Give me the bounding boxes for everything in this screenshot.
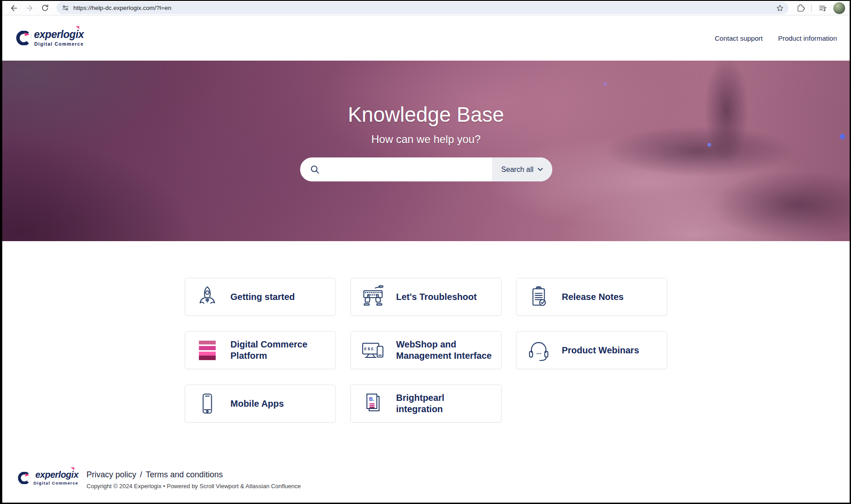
header-nav: Contact support Product information	[715, 34, 837, 42]
address-bar[interactable]: https://help-dc.experlogix.com/?l=en	[57, 2, 789, 14]
header-logo[interactable]: experlogix Digital Commerce	[16, 29, 84, 47]
headset-icon	[526, 338, 551, 362]
experlogix-logo-icon	[18, 472, 30, 484]
card-getting-started[interactable]: Getting started	[185, 278, 336, 316]
back-icon	[10, 4, 19, 13]
footer-logo[interactable]: experlogix Digital Commerce	[18, 470, 78, 485]
site-footer: experlogix Digital Commerce Privacy poli…	[2, 453, 850, 503]
card-label: Release Notes	[562, 291, 624, 303]
card-label: Product Webinars	[562, 345, 639, 356]
brand-wordmark: experlogix	[35, 470, 78, 479]
browser-toolbar: https://help-dc.experlogix.com/?l=en	[2, 1, 850, 15]
smartphone-icon	[195, 391, 220, 416]
media-controls-button[interactable]	[816, 2, 829, 14]
back-button[interactable]	[8, 2, 20, 14]
hero-subtitle: How can we help you?	[2, 132, 850, 147]
footer-links: Privacy policy/Terms and conditions	[86, 470, 301, 480]
clipboard-check-icon	[526, 285, 551, 309]
site-info-tune-icon[interactable]	[62, 5, 69, 11]
url-text[interactable]: https://help-dc.experlogix.com/?l=en	[73, 5, 771, 11]
card-webshop-management-interface[interactable]: € $ £ WebShop and Management Interface	[350, 331, 502, 369]
media-controls-icon	[818, 4, 827, 12]
brand-tagline: Digital Commerce	[34, 41, 84, 47]
card-lets-troubleshoot[interactable]: Let's Troubleshoot	[350, 278, 502, 316]
monitor-currency-icon: € $ £	[361, 338, 385, 362]
toolbar-separator	[811, 5, 812, 12]
search-icon	[310, 165, 320, 174]
footer-text-block: Privacy policy/Terms and conditions Copy…	[86, 470, 301, 490]
card-mobile-apps[interactable]: Mobile Apps	[185, 385, 336, 423]
page-title: Knowledge Base	[2, 102, 850, 127]
card-brightpearl-integration[interactable]: B. Brightpearl integration	[350, 385, 502, 423]
forward-button[interactable]	[23, 2, 36, 14]
search-input[interactable]	[320, 157, 492, 181]
topic-card-grid: Getting started Let's T	[185, 278, 667, 423]
site-header: experlogix Digital Commerce Contact supp…	[2, 15, 850, 61]
experlogix-logo-icon	[16, 31, 30, 45]
card-label: Digital Commerce Platform	[230, 339, 327, 361]
card-product-webinars[interactable]: Product Webinars	[516, 331, 667, 369]
privacy-policy-link[interactable]: Privacy policy	[86, 470, 136, 479]
card-label: Getting started	[230, 291, 295, 303]
card-label: Brightpearl integration	[396, 392, 493, 415]
forward-icon	[25, 4, 34, 13]
rocket-icon	[195, 285, 220, 309]
search-bar: Search all	[300, 157, 552, 181]
chevron-down-icon	[537, 167, 543, 172]
extensions-icon	[796, 4, 805, 12]
card-label: Mobile Apps	[230, 398, 284, 409]
svg-text:B.: B.	[369, 396, 374, 402]
copyright-text: Copyright © 2024 Experlogix • Powered by…	[86, 483, 301, 490]
reload-icon	[41, 4, 49, 12]
nav-product-information[interactable]: Product information	[778, 34, 837, 42]
terms-conditions-link[interactable]: Terms and conditions	[146, 470, 223, 479]
card-release-notes[interactable]: Release Notes	[516, 278, 667, 316]
card-digital-commerce-platform[interactable]: Digital Commerce Platform	[185, 331, 336, 369]
toolbar-right-group	[794, 2, 845, 14]
search-scope-label: Search all	[501, 166, 533, 174]
browser-window: https://help-dc.experlogix.com/?l=en	[0, 0, 851, 504]
bookmark-star-icon[interactable]	[776, 4, 784, 12]
brightpearl-doc-icon: B.	[361, 391, 385, 416]
footer-logo-text: experlogix Digital Commerce	[33, 470, 78, 485]
profile-avatar[interactable]	[833, 2, 845, 14]
brand-tagline: Digital Commerce	[33, 480, 78, 485]
topic-cards-section: Getting started Let's T	[2, 241, 850, 453]
pink-stripes-icon	[195, 338, 220, 362]
hero-banner: Knowledge Base How can we help you? Sear…	[2, 61, 850, 241]
keyboard-hands-icon	[361, 285, 385, 309]
nav-contact-support[interactable]: Contact support	[715, 34, 763, 42]
extensions-button[interactable]	[794, 2, 807, 14]
card-label: Let's Troubleshoot	[396, 291, 477, 303]
card-label: WebShop and Management Interface	[396, 339, 493, 361]
brand-wordmark: experlogix	[34, 29, 84, 40]
search-scope-dropdown[interactable]: Search all	[492, 157, 552, 181]
svg-text:€ $ £: € $ £	[364, 347, 374, 351]
header-logo-text: experlogix Digital Commerce	[34, 29, 84, 47]
reload-button[interactable]	[38, 2, 51, 14]
footer-links-separator: /	[140, 470, 142, 479]
